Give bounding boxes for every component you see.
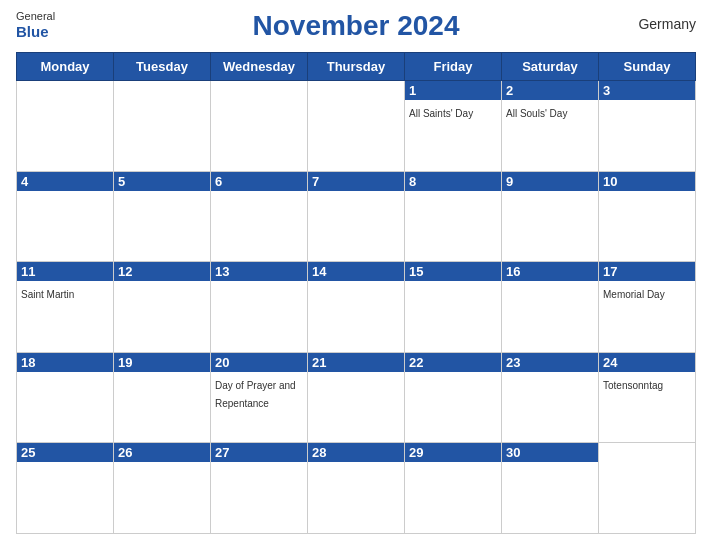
weekday-header-friday: Friday (405, 53, 502, 81)
day-number: 17 (599, 262, 695, 281)
calendar-cell: 7 (308, 171, 405, 262)
calendar-cell: 23 (502, 352, 599, 443)
logo-blue: Blue (16, 23, 49, 41)
calendar-cell (114, 81, 211, 172)
calendar-cell: 13 (211, 262, 308, 353)
calendar-cell (599, 443, 696, 534)
day-number: 10 (599, 172, 695, 191)
day-number: 18 (17, 353, 113, 372)
calendar-cell: 19 (114, 352, 211, 443)
calendar-cell: 17Memorial Day (599, 262, 696, 353)
weekday-header-wednesday: Wednesday (211, 53, 308, 81)
day-number: 30 (502, 443, 598, 462)
day-number: 19 (114, 353, 210, 372)
calendar-cell: 26 (114, 443, 211, 534)
day-number: 11 (17, 262, 113, 281)
holiday-text: All Saints' Day (409, 108, 473, 119)
calendar-week-1: 1All Saints' Day2All Souls' Day3 (17, 81, 696, 172)
weekday-header-monday: Monday (17, 53, 114, 81)
calendar-cell (17, 81, 114, 172)
calendar-cell: 12 (114, 262, 211, 353)
day-number: 20 (211, 353, 307, 372)
calendar-cell: 5 (114, 171, 211, 262)
calendar-table: MondayTuesdayWednesdayThursdayFridaySatu… (16, 52, 696, 534)
month-title: November 2024 (252, 10, 459, 42)
day-number: 22 (405, 353, 501, 372)
weekday-header-sunday: Sunday (599, 53, 696, 81)
calendar-cell: 29 (405, 443, 502, 534)
day-number: 13 (211, 262, 307, 281)
day-number: 27 (211, 443, 307, 462)
calendar-cell: 21 (308, 352, 405, 443)
calendar-cell: 18 (17, 352, 114, 443)
day-number: 28 (308, 443, 404, 462)
weekday-header-saturday: Saturday (502, 53, 599, 81)
day-number: 25 (17, 443, 113, 462)
day-number: 3 (599, 81, 695, 100)
day-number: 6 (211, 172, 307, 191)
day-number: 16 (502, 262, 598, 281)
calendar-cell (308, 81, 405, 172)
calendar-cell: 30 (502, 443, 599, 534)
holiday-text: All Souls' Day (506, 108, 567, 119)
day-number: 21 (308, 353, 404, 372)
day-number: 24 (599, 353, 695, 372)
calendar-cell: 3 (599, 81, 696, 172)
day-number: 9 (502, 172, 598, 191)
weekday-header-row: MondayTuesdayWednesdayThursdayFridaySatu… (17, 53, 696, 81)
day-number: 2 (502, 81, 598, 100)
calendar-cell: 15 (405, 262, 502, 353)
day-number: 15 (405, 262, 501, 281)
day-number: 1 (405, 81, 501, 100)
day-number: 8 (405, 172, 501, 191)
calendar-cell: 9 (502, 171, 599, 262)
day-number: 7 (308, 172, 404, 191)
holiday-text: Saint Martin (21, 289, 74, 300)
calendar-cell: 24Totensonntag (599, 352, 696, 443)
calendar-week-2: 45678910 (17, 171, 696, 262)
calendar-cell: 14 (308, 262, 405, 353)
holiday-text: Memorial Day (603, 289, 665, 300)
day-number: 29 (405, 443, 501, 462)
holiday-text: Day of Prayer and Repentance (215, 380, 296, 409)
day-number: 23 (502, 353, 598, 372)
logo-general: General (16, 10, 55, 23)
calendar-cell: 20Day of Prayer and Repentance (211, 352, 308, 443)
country-label: Germany (638, 16, 696, 32)
calendar-cell: 2All Souls' Day (502, 81, 599, 172)
calendar-cell: 16 (502, 262, 599, 353)
day-number: 14 (308, 262, 404, 281)
calendar-cell: 8 (405, 171, 502, 262)
calendar-week-3: 11Saint Martin121314151617Memorial Day (17, 262, 696, 353)
weekday-header-thursday: Thursday (308, 53, 405, 81)
weekday-header-tuesday: Tuesday (114, 53, 211, 81)
calendar-week-5: 252627282930 (17, 443, 696, 534)
calendar-week-4: 181920Day of Prayer and Repentance212223… (17, 352, 696, 443)
calendar-header: General Blue November 2024 Germany (16, 10, 696, 42)
calendar-cell (211, 81, 308, 172)
day-number: 4 (17, 172, 113, 191)
calendar-cell: 28 (308, 443, 405, 534)
day-number: 5 (114, 172, 210, 191)
calendar-cell: 10 (599, 171, 696, 262)
calendar-cell: 22 (405, 352, 502, 443)
day-number: 26 (114, 443, 210, 462)
calendar-cell: 25 (17, 443, 114, 534)
holiday-text: Totensonntag (603, 380, 663, 391)
calendar-cell: 6 (211, 171, 308, 262)
calendar-cell: 27 (211, 443, 308, 534)
logo: General Blue (16, 10, 55, 41)
calendar-cell: 11Saint Martin (17, 262, 114, 353)
day-number: 12 (114, 262, 210, 281)
calendar-cell: 4 (17, 171, 114, 262)
calendar-cell: 1All Saints' Day (405, 81, 502, 172)
